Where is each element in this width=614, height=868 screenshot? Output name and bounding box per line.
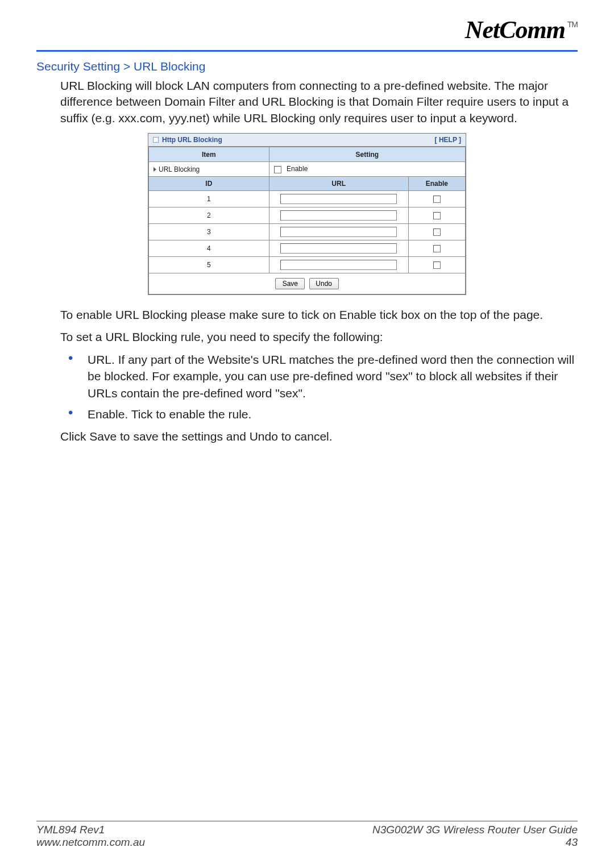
page-footer: YML894 Rev1 www.netcomm.com.au N3G002W 3…: [36, 821, 578, 849]
panel-icon: [153, 137, 159, 143]
paragraph-enable-tip: To enable URL Blocking please make sure …: [60, 306, 578, 323]
footer-doc-rev: YML894 Rev1: [36, 824, 145, 836]
paragraph-specify: To set a URL Blocking rule, you need to …: [60, 329, 578, 345]
brand-name: NetComm: [465, 16, 565, 44]
footer-guide-title: N3G002W 3G Wireless Router User Guide: [372, 824, 578, 836]
panel-title: Http URL Blocking: [162, 136, 222, 144]
row-id: 4: [149, 240, 269, 257]
save-button[interactable]: Save: [275, 278, 305, 289]
url-input-1[interactable]: [280, 194, 397, 204]
row-id: 1: [149, 191, 269, 207]
subcol-id: ID: [149, 177, 269, 191]
undo-button[interactable]: Undo: [309, 278, 339, 289]
bullet-url: URL. If any part of the Website's URL ma…: [60, 351, 578, 401]
url-input-4[interactable]: [280, 243, 397, 254]
url-input-3[interactable]: [280, 227, 397, 237]
url-input-2[interactable]: [280, 210, 397, 221]
row-enable-checkbox-1[interactable]: [433, 196, 441, 203]
subcol-enable: Enable: [408, 177, 465, 191]
enable-cell: Enable: [269, 162, 465, 177]
help-link[interactable]: [ HELP ]: [435, 136, 461, 144]
url-input-5[interactable]: [280, 260, 397, 270]
panel-header: Http URL Blocking [ HELP ]: [148, 134, 466, 147]
col-item: Item: [149, 147, 269, 162]
row-id: 2: [149, 207, 269, 224]
row-enable-checkbox-2[interactable]: [433, 212, 441, 219]
col-setting: Setting: [269, 147, 465, 162]
row-enable-checkbox-3[interactable]: [433, 229, 441, 236]
enable-checkbox-label: Enable: [287, 165, 308, 173]
trademark: TM: [567, 20, 578, 29]
header-divider: [36, 50, 578, 52]
url-blocking-label: URL Blocking: [149, 162, 269, 177]
row-enable-checkbox-5[interactable]: [433, 261, 441, 269]
footer-url: www.netcomm.com.au: [36, 836, 145, 849]
footer-divider: [36, 821, 578, 821]
url-blocking-panel: Http URL Blocking [ HELP ] Item Setting …: [148, 133, 466, 295]
intro-paragraph: URL Blocking will block LAN computers fr…: [60, 78, 578, 126]
breadcrumb: Security Setting > URL Blocking: [36, 60, 578, 73]
row-enable-checkbox-4[interactable]: [433, 245, 441, 252]
subcol-url: URL: [269, 177, 408, 191]
brand-logo: NetComm TM: [465, 15, 578, 44]
footer-page-number: 43: [372, 836, 578, 849]
enable-checkbox[interactable]: [274, 166, 281, 173]
bullet-enable: Enable. Tick to enable the rule.: [60, 406, 578, 422]
row-id: 3: [149, 224, 269, 240]
row-id: 5: [149, 257, 269, 273]
paragraph-save-undo: Click Save to save the settings and Undo…: [60, 428, 578, 445]
